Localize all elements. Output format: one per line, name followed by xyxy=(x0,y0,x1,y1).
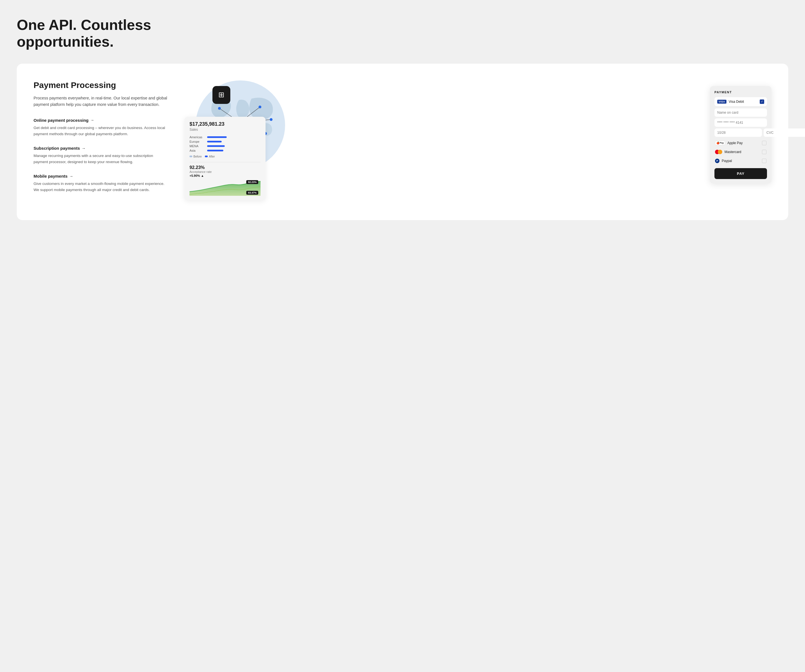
logo-box: ⊞ xyxy=(212,86,230,104)
logo-icon: ⊞ xyxy=(218,90,225,99)
region-bars: Americas Europe MENA Asia xyxy=(189,136,261,152)
bar-asia xyxy=(207,150,223,151)
bar-europe xyxy=(207,141,222,143)
visa-label: Visa Debit xyxy=(729,100,757,103)
main-card: Payment Processing Process payments ever… xyxy=(17,64,788,220)
feature-online-payments: Online payment processing → Get debit an… xyxy=(34,118,168,137)
badge-high: 92.23% xyxy=(246,180,258,184)
pay-button[interactable]: PAY xyxy=(715,168,767,179)
cvc-input[interactable] xyxy=(764,128,805,137)
sales-label: Sales xyxy=(189,128,261,131)
arrow-icon: → xyxy=(90,118,94,122)
acceptance-change: +5.90% ▲ xyxy=(189,174,261,177)
section-desc: Process payments everywhere, in real-tim… xyxy=(34,95,168,108)
legend-dot-before xyxy=(189,156,192,157)
sales-amount: $17,235,981.23 xyxy=(189,121,261,127)
paypal-label: Paypal xyxy=(722,159,760,163)
feature-title-online[interactable]: Online payment processing → xyxy=(34,118,168,123)
feature-title-subscription[interactable]: Subscription payments → xyxy=(34,146,168,151)
arrow-icon-2: → xyxy=(82,146,85,151)
mc-right-circle xyxy=(718,150,722,154)
region-label-asia: Asia xyxy=(189,149,205,152)
mastercard-row[interactable]: Mastercard xyxy=(715,148,767,156)
feature-title-mobile[interactable]: Mobile payments → xyxy=(34,174,168,179)
paypal-checkbox[interactable] xyxy=(762,159,766,163)
feature-subscription-payments: Subscription payments → Manage recurring… xyxy=(34,146,168,165)
visa-debit-row[interactable]: VISA Visa Debit ✓ xyxy=(715,97,767,106)
bar-mena xyxy=(207,145,225,147)
svg-point-8 xyxy=(258,106,261,108)
page-title: One API. Countless opportunities. xyxy=(17,17,156,50)
dashboard-card: $17,235,981.23 Sales Americas Europe MEN… xyxy=(184,117,266,200)
region-americas: Americas xyxy=(189,136,261,139)
arrow-icon-3: → xyxy=(69,174,73,179)
legend-before: Before xyxy=(189,155,202,158)
legend-after: After xyxy=(205,155,215,158)
payment-panel: PAYMENT VISA Visa Debit ✓ xyxy=(710,86,771,184)
paypal-badge: P xyxy=(715,159,720,163)
region-mena: MENA xyxy=(189,144,261,148)
apple-pay-row[interactable]: 🍎 Pay Apple Pay xyxy=(715,139,767,147)
region-europe: Europe xyxy=(189,140,261,143)
right-column: ⊞ $17,235,981.23 Sales Americas Europe xyxy=(179,80,771,203)
name-on-card-input[interactable] xyxy=(715,108,767,117)
mastercard-label: Mastercard xyxy=(724,150,760,154)
card-number-input[interactable] xyxy=(715,118,767,127)
region-asia: Asia xyxy=(189,149,261,152)
acceptance-rate-value: 92.23% xyxy=(189,165,261,170)
payment-panel-title: PAYMENT xyxy=(715,90,767,94)
feature-desc-subscription: Manage recurring payments with a secure … xyxy=(34,153,168,165)
acceptance-section: 92.23% Acceptance rate +5.90% ▲ xyxy=(189,165,261,196)
legend-row: Before After xyxy=(189,155,261,158)
feature-desc-online: Get debit and credit card processing – w… xyxy=(34,125,168,137)
section-title: Payment Processing xyxy=(34,80,168,90)
svg-point-9 xyxy=(270,118,273,121)
legend-dot-after xyxy=(205,156,208,157)
expiry-cvc-row xyxy=(715,128,767,137)
left-column: Payment Processing Process payments ever… xyxy=(34,80,168,202)
paypal-row[interactable]: P Paypal xyxy=(715,157,767,165)
mastercard-badge xyxy=(715,150,722,154)
feature-mobile-payments: Mobile payments → Give customers in ever… xyxy=(34,174,168,193)
region-label-mena: MENA xyxy=(189,144,205,148)
acceptance-rate-label: Acceptance rate xyxy=(189,170,261,174)
apple-pay-label: Apple Pay xyxy=(727,141,760,145)
svg-point-7 xyxy=(218,107,221,110)
visa-checkbox[interactable]: ✓ xyxy=(760,100,764,104)
chart-container: 92.23% 83.47% xyxy=(189,179,261,196)
region-label-americas: Americas xyxy=(189,136,205,139)
visa-badge: VISA xyxy=(717,100,726,103)
expiry-input[interactable] xyxy=(715,128,762,137)
badge-low: 83.47% xyxy=(246,191,258,195)
mastercard-checkbox[interactable] xyxy=(762,150,766,154)
apple-pay-badge: 🍎 Pay xyxy=(715,141,725,145)
bar-americas xyxy=(207,136,227,138)
apple-pay-checkbox[interactable] xyxy=(762,141,766,145)
separator xyxy=(189,162,261,162)
feature-desc-mobile: Give customers in every market a smooth-… xyxy=(34,181,168,193)
region-label-europe: Europe xyxy=(189,140,205,143)
